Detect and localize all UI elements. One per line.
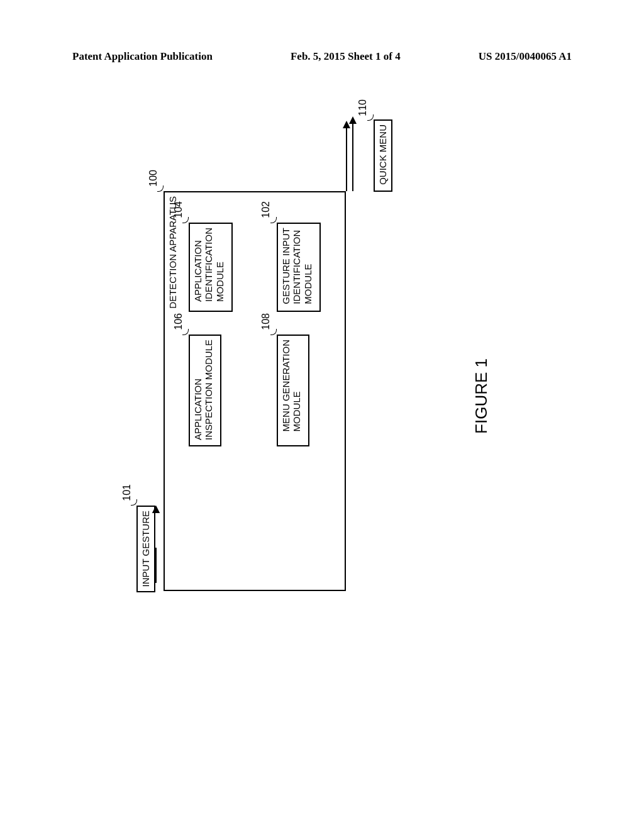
- ref-106: 106: [173, 313, 184, 330]
- arrow-input-to-detection: [155, 548, 157, 583]
- quick-menu-box: QUICK MENU: [374, 119, 392, 192]
- figure-caption: FIGURE 1: [472, 358, 491, 434]
- header-left: Patent Application Publication: [72, 50, 213, 63]
- input-gesture-label: INPUT GESTURE: [140, 511, 151, 587]
- diagram: INPUT GESTURE 101 DETECTION APPARATUS 10…: [0, 107, 644, 736]
- app-identification-label: APPLICATION IDENTIFICATION MODULE: [192, 228, 225, 302]
- arrowhead-up-quick: [349, 116, 357, 124]
- ref-104: 104: [173, 201, 184, 218]
- app-inspection-label: APPLICATION INSPECTION MODULE: [192, 340, 214, 440]
- gesture-input-box: GESTURE INPUT IDENTIFICATION MODULE: [277, 223, 321, 312]
- gesture-input-label: GESTURE INPUT IDENTIFICATION MODULE: [280, 228, 313, 304]
- leader-101: [131, 499, 137, 506]
- input-gesture-box: INPUT GESTURE: [136, 506, 155, 592]
- quick-menu-label: QUICK MENU: [377, 124, 388, 185]
- ref-110: 110: [357, 99, 369, 116]
- header-right: US 2015/0040065 A1: [479, 50, 572, 63]
- header-center: Feb. 5, 2015 Sheet 1 of 4: [291, 50, 401, 63]
- ref-102: 102: [260, 201, 272, 218]
- arrow-detection-to-quick-v: [352, 121, 353, 191]
- arrow-detection-to-quick: [346, 126, 347, 191]
- page-header: Patent Application Publication Feb. 5, 2…: [72, 50, 572, 63]
- app-inspection-box: APPLICATION INSPECTION MODULE: [189, 335, 221, 446]
- leader-110: [367, 114, 374, 121]
- menu-generation-label: MENU GENERATION MODULE: [280, 340, 303, 431]
- ref-100: 100: [148, 170, 159, 187]
- ref-101: 101: [121, 484, 133, 501]
- leader-100: [157, 185, 164, 192]
- ref-108: 108: [260, 313, 272, 330]
- arrowhead-up-1: [152, 506, 160, 513]
- app-identification-box: APPLICATION IDENTIFICATION MODULE: [189, 223, 233, 312]
- menu-generation-box: MENU GENERATION MODULE: [277, 335, 309, 446]
